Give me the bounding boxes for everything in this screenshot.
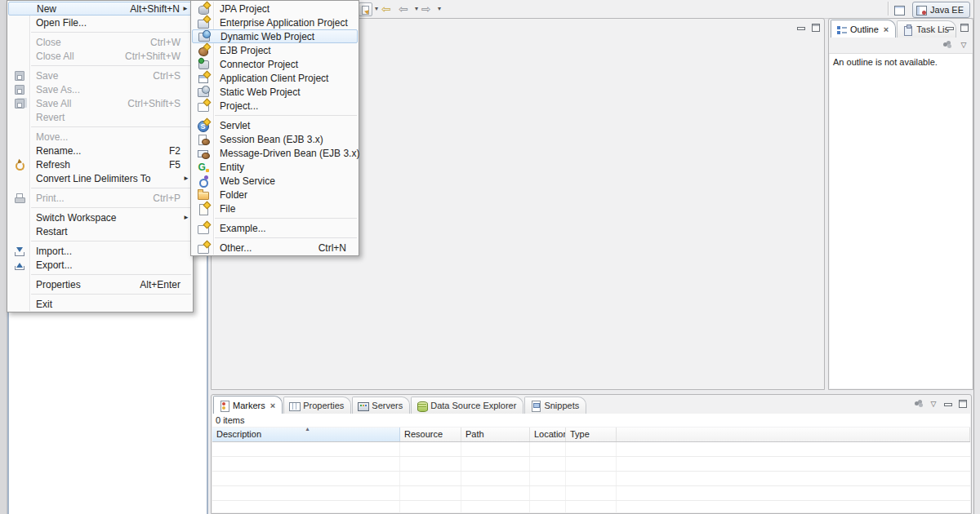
toolbar-button-back-history-icon[interactable]: ⇦ — [381, 2, 395, 16]
view-menu-icon[interactable]: ▽ — [928, 398, 939, 410]
new-submenu-item-enterprise-application-project[interactable]: Enterprise Application Project — [192, 16, 358, 29]
new-submenu-item-application-client-project[interactable]: Application Client Project — [192, 71, 358, 85]
menu-item-label: Convert Line Delimiters To — [36, 173, 151, 184]
table-cell — [400, 486, 461, 500]
minimize-icon[interactable] — [795, 22, 807, 33]
new-submenu-item-servlet[interactable]: Servlet — [192, 118, 358, 132]
new-submenu-item-example[interactable]: Example... — [192, 221, 358, 235]
new-submenu-item-other[interactable]: Other...Ctrl+N — [192, 241, 358, 255]
file-menu-item-open-file[interactable]: Open File... — [8, 16, 192, 29]
menu-item-label: File — [220, 203, 235, 215]
open-perspective-icon — [893, 3, 906, 16]
file-menu-item-export[interactable]: Export... — [8, 258, 192, 272]
menu-item-label: Rename... — [36, 145, 81, 157]
view-menu-icon[interactable]: ▽ — [958, 39, 969, 51]
bottom-tab-markers[interactable]: Markers× — [213, 396, 283, 414]
menu-item-shortcut: Ctrl+W — [150, 37, 192, 48]
minimize-icon[interactable] — [944, 22, 956, 33]
file-menu-item-convert-line-delimiters-to[interactable]: Convert Line Delimiters To► — [8, 171, 192, 185]
menu-separator — [215, 115, 357, 116]
data-source-explorer-icon — [416, 400, 427, 411]
new-submenu-item-static-web-project[interactable]: Static Web Project — [192, 85, 358, 99]
menu-item-shortcut: Ctrl+Shift+W — [125, 51, 192, 62]
dropdown-caret-icon[interactable]: ▾ — [375, 5, 378, 13]
menu-item-label: Print... — [36, 193, 65, 204]
file-menu-item-import[interactable]: Import... — [8, 244, 192, 258]
new-submenu-item-session-bean-ejb-3-x[interactable]: Session Bean (EJB 3.x) — [192, 132, 358, 146]
tab-label: Markers — [233, 401, 265, 410]
new-submenu-item-folder[interactable]: Folder — [192, 188, 358, 202]
table-cell — [617, 442, 970, 456]
file-menu-item-switch-workspace[interactable]: Switch Workspace► — [8, 210, 192, 224]
file-menu-item-new[interactable]: NewAlt+Shift+N► — [8, 2, 192, 16]
menu-item-shortcut: F5 — [169, 159, 192, 171]
menu-item-gutter — [192, 161, 214, 174]
new-submenu-item-entity[interactable]: Entity — [192, 160, 358, 174]
table-cell — [566, 501, 617, 512]
menu-item-gutter — [192, 241, 214, 255]
bottom-tab-properties[interactable]: Properties — [283, 397, 351, 414]
open-perspective-button[interactable] — [893, 2, 907, 17]
menu-item-label: Properties — [36, 279, 81, 290]
file-menu: NewAlt+Shift+N►Open File...CloseCtrl+WCl… — [7, 0, 194, 312]
table-cell — [212, 472, 400, 485]
column-header-description[interactable]: Description▴ — [212, 428, 400, 441]
focus-icon[interactable] — [913, 398, 924, 410]
column-header-path[interactable]: Path — [461, 428, 530, 441]
file-menu-item-properties[interactable]: PropertiesAlt+Enter — [8, 277, 192, 291]
new-project-icon — [197, 100, 210, 113]
menu-item-gutter — [8, 83, 30, 96]
toolbar-separator — [888, 2, 889, 16]
enterprise-application-project-icon — [197, 16, 210, 29]
table-cell — [461, 501, 530, 512]
menu-item-label: Refresh — [36, 159, 70, 171]
menu-item-gutter — [192, 133, 214, 146]
maximize-icon[interactable] — [957, 398, 969, 410]
new-submenu-item-jpa-project[interactable]: JPA Project — [192, 2, 358, 16]
maximize-icon[interactable] — [810, 22, 822, 33]
save-as-icon — [13, 83, 26, 96]
bottom-tab-snippets[interactable]: Snippets — [524, 397, 586, 414]
markers-panel: Markers×PropertiesServersData Source Exp… — [211, 394, 972, 514]
column-header-resource[interactable]: Resource — [400, 428, 461, 441]
dropdown-caret-icon[interactable]: ▾ — [438, 5, 441, 13]
navigation-toolbar-group: ▾⇦⇦▾⇨▾ — [358, 2, 441, 16]
new-submenu-item-project[interactable]: Project... — [192, 99, 358, 113]
outline-tab-outline[interactable]: Outline× — [831, 20, 896, 38]
close-icon[interactable]: × — [270, 401, 275, 410]
toolbar-button-last-edit-location-icon[interactable] — [358, 2, 372, 16]
toolbar-button-back-icon[interactable]: ⇦ — [398, 2, 412, 16]
file-menu-item-restart[interactable]: Restart — [8, 224, 192, 238]
new-submenu-item-file[interactable]: File — [192, 202, 358, 215]
minimize-icon[interactable] — [942, 398, 954, 410]
submenu-arrow-icon: ► — [183, 214, 189, 221]
tab-label: Servers — [372, 401, 403, 410]
file-menu-item-exit[interactable]: Exit — [8, 297, 192, 311]
file-menu-item-rename[interactable]: Rename...F2 — [8, 144, 192, 157]
new-submenu-item-message-driven-bean-ejb-3-x[interactable]: Message-Driven Bean (EJB 3.x) — [192, 146, 358, 160]
web-service-icon — [197, 175, 210, 188]
bottom-tab-data-source-explorer[interactable]: Data Source Explorer — [411, 397, 523, 414]
maximize-icon[interactable] — [959, 22, 970, 33]
new-submenu-item-web-service[interactable]: Web Service — [192, 174, 358, 188]
dropdown-caret-icon[interactable]: ▾ — [415, 5, 418, 13]
focus-icon[interactable] — [942, 39, 953, 51]
column-header-location[interactable]: Location — [530, 428, 566, 441]
entity-icon — [197, 161, 210, 174]
file-menu-item-refresh[interactable]: RefreshF5 — [8, 157, 192, 171]
toolbar-button-forward-icon[interactable]: ⇨ — [421, 2, 435, 16]
close-icon[interactable]: × — [884, 25, 889, 33]
new-submenu-item-connector-project[interactable]: Connector Project — [192, 57, 358, 71]
perspective-button-java-ee[interactable]: Java EE — [912, 2, 970, 18]
new-submenu-item-ejb-project[interactable]: EJB Project — [192, 43, 358, 57]
menu-item-shortcut: Ctrl+S — [153, 70, 192, 82]
new-submenu-item-dynamic-web-project[interactable]: Dynamic Web Project — [192, 29, 358, 43]
bottom-tab-servers[interactable]: Servers — [352, 397, 410, 414]
menu-item-gutter — [192, 147, 214, 160]
table-cell — [566, 472, 617, 485]
table-cell — [400, 501, 461, 512]
submenu-arrow-icon: ► — [183, 175, 189, 182]
menu-separator — [31, 65, 191, 66]
column-header-type[interactable]: Type — [566, 428, 617, 441]
properties-icon — [288, 400, 300, 411]
